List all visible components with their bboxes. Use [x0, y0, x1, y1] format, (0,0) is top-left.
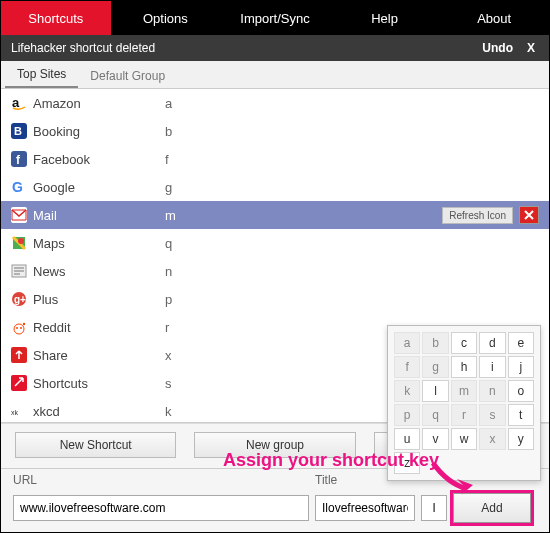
shortcut-key: q: [165, 236, 539, 251]
title-label: Title: [315, 473, 337, 487]
shortcut-row[interactable]: News n: [1, 257, 549, 285]
shortcut-row[interactable]: g+ Plus p: [1, 285, 549, 313]
notification-message: Lifehacker shortcut deleted: [11, 41, 482, 55]
key-cell-t[interactable]: t: [508, 404, 534, 426]
shortcut-name: Facebook: [33, 152, 165, 167]
shortcut-name: Share: [33, 348, 165, 363]
key-cell-p: p: [394, 404, 420, 426]
url-input[interactable]: [13, 495, 309, 521]
booking-icon: B: [11, 123, 33, 139]
close-icon: [523, 209, 535, 221]
add-button[interactable]: Add: [453, 493, 531, 523]
tab-about[interactable]: About: [439, 1, 549, 35]
svg-point-16: [20, 327, 22, 329]
shortcut-key-input[interactable]: [421, 495, 447, 521]
key-cell-z[interactable]: z: [394, 452, 420, 474]
shortcut-row[interactable]: Mail m Refresh Icon: [1, 201, 549, 229]
mail-icon: [11, 207, 33, 223]
key-picker-popup: abcdefghijklmnopqrstuvwxyz: [387, 325, 541, 481]
key-cell-o[interactable]: o: [508, 380, 534, 402]
shortcut-name: Maps: [33, 236, 165, 251]
shortcut-key: p: [165, 292, 539, 307]
shortcut-row[interactable]: f Facebook f: [1, 145, 549, 173]
share-icon: [11, 347, 33, 363]
key-cell-c[interactable]: c: [451, 332, 477, 354]
shortcut-key: b: [165, 124, 539, 139]
shortcut-name: Reddit: [33, 320, 165, 335]
key-cell-v[interactable]: v: [422, 428, 448, 450]
key-cell-i[interactable]: i: [479, 356, 505, 378]
close-notification-button[interactable]: X: [523, 41, 539, 55]
svg-text:g+: g+: [14, 294, 26, 305]
shortcut-row[interactable]: Maps q: [1, 229, 549, 257]
shortcut-key: n: [165, 264, 539, 279]
title-input[interactable]: [315, 495, 415, 521]
tab-options[interactable]: Options: [111, 1, 221, 35]
subtab-top-sites[interactable]: Top Sites: [5, 61, 78, 88]
undo-button[interactable]: Undo: [482, 41, 513, 55]
new-group-button[interactable]: New group: [194, 432, 355, 458]
xkcd-icon: xk: [11, 403, 33, 419]
main-navigation: Shortcuts Options Import/Sync Help About: [1, 1, 549, 35]
shortcut-key: m: [165, 208, 442, 223]
group-tabs: Top Sites Default Group: [1, 61, 549, 89]
svg-point-7: [18, 238, 24, 244]
key-cell-b: b: [422, 332, 448, 354]
google-icon: G: [11, 179, 33, 195]
shortcut-name: News: [33, 264, 165, 279]
delete-shortcut-button[interactable]: [519, 206, 539, 224]
shortcut-row[interactable]: a Amazon a: [1, 89, 549, 117]
key-cell-m: m: [451, 380, 477, 402]
svg-point-17: [23, 323, 25, 325]
new-shortcut-button[interactable]: New Shortcut: [15, 432, 176, 458]
key-cell-l[interactable]: l: [422, 380, 448, 402]
facebook-icon: f: [11, 151, 33, 167]
shortcut-name: Google: [33, 180, 165, 195]
shortcut-key: g: [165, 180, 539, 195]
svg-text:B: B: [14, 125, 22, 137]
shortcut-name: Plus: [33, 292, 165, 307]
key-cell-x: x: [479, 428, 505, 450]
key-cell-d[interactable]: d: [479, 332, 505, 354]
shortcut-row[interactable]: B Booking b: [1, 117, 549, 145]
key-cell-q: q: [422, 404, 448, 426]
shortcut-row[interactable]: G Google g: [1, 173, 549, 201]
key-cell-a: a: [394, 332, 420, 354]
maps-icon: [11, 235, 33, 251]
reddit-icon: [11, 319, 33, 335]
key-cell-w[interactable]: w: [451, 428, 477, 450]
plus-icon: g+: [11, 291, 33, 307]
svg-point-14: [14, 324, 24, 334]
key-cell-f: f: [394, 356, 420, 378]
amazon-icon: a: [11, 95, 33, 111]
subtab-default-group[interactable]: Default Group: [78, 63, 177, 88]
svg-text:G: G: [12, 179, 23, 195]
key-cell-s: s: [479, 404, 505, 426]
news-icon: [11, 263, 33, 279]
tab-shortcuts[interactable]: Shortcuts: [1, 1, 111, 35]
tab-import-sync[interactable]: Import/Sync: [220, 1, 330, 35]
key-cell-j[interactable]: j: [508, 356, 534, 378]
key-cell-h[interactable]: h: [451, 356, 477, 378]
key-cell-g: g: [422, 356, 448, 378]
shortcut-key: a: [165, 96, 539, 111]
notification-bar: Lifehacker shortcut deleted Undo X: [1, 35, 549, 61]
svg-point-15: [16, 327, 18, 329]
key-cell-r: r: [451, 404, 477, 426]
shortcuts-icon: [11, 375, 33, 391]
tab-help[interactable]: Help: [330, 1, 440, 35]
refresh-icon-button[interactable]: Refresh Icon: [442, 207, 513, 224]
shortcut-name: Amazon: [33, 96, 165, 111]
form-row: Add: [1, 489, 549, 533]
key-cell-e[interactable]: e: [508, 332, 534, 354]
shortcut-key: f: [165, 152, 539, 167]
shortcut-name: Shortcuts: [33, 376, 165, 391]
svg-text:xk: xk: [11, 409, 19, 416]
svg-rect-6: [11, 207, 27, 223]
key-cell-u[interactable]: u: [394, 428, 420, 450]
shortcut-name: xkcd: [33, 404, 165, 419]
shortcut-name: Mail: [33, 208, 165, 223]
key-cell-y[interactable]: y: [508, 428, 534, 450]
key-cell-n: n: [479, 380, 505, 402]
key-cell-k: k: [394, 380, 420, 402]
